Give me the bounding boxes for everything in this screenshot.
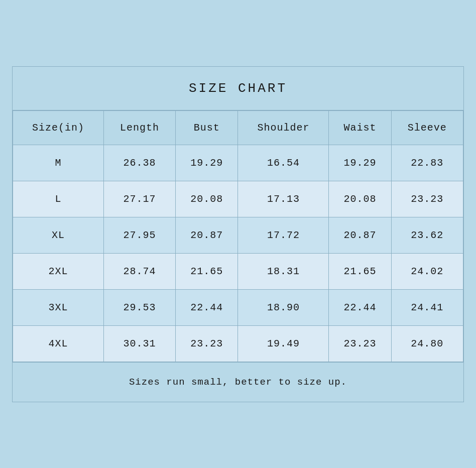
size-chart-container: SIZE CHART Size(in)LengthBustShoulderWai…: [12, 66, 464, 402]
shoulder-cell: 17.72: [238, 217, 329, 253]
length-cell: 28.74: [103, 253, 175, 289]
column-header-bust: Bust: [176, 110, 238, 145]
sleeve-cell: 24.41: [391, 289, 463, 325]
waist-cell: 21.65: [329, 253, 391, 289]
column-header-sizein: Size(in): [13, 110, 104, 145]
shoulder-cell: 19.49: [238, 325, 329, 362]
table-row: M26.3819.2916.5419.2922.83: [13, 145, 463, 181]
column-header-sleeve: Sleeve: [391, 110, 463, 145]
length-cell: 27.17: [103, 181, 175, 217]
table-row: 3XL29.5322.4418.9022.4424.41: [13, 289, 463, 325]
table-row: XL27.9520.8717.7220.8723.62: [13, 217, 463, 253]
waist-cell: 20.08: [329, 181, 391, 217]
size-cell: L: [13, 181, 104, 217]
waist-cell: 20.87: [329, 217, 391, 253]
shoulder-cell: 18.31: [238, 253, 329, 289]
shoulder-cell: 18.90: [238, 289, 329, 325]
sleeve-cell: 24.80: [391, 325, 463, 362]
chart-title: SIZE CHART: [13, 67, 463, 110]
bust-cell: 20.08: [176, 181, 238, 217]
bust-cell: 23.23: [176, 325, 238, 362]
table-row: 2XL28.7421.6518.3121.6524.02: [13, 253, 463, 289]
bust-cell: 21.65: [176, 253, 238, 289]
table-row: 4XL30.3123.2319.4923.2324.80: [13, 325, 463, 362]
bust-cell: 19.29: [176, 145, 238, 181]
chart-footer: Sizes run small, better to size up.: [13, 362, 463, 402]
column-header-waist: Waist: [329, 110, 391, 145]
sleeve-cell: 22.83: [391, 145, 463, 181]
sleeve-cell: 23.23: [391, 181, 463, 217]
bust-cell: 20.87: [176, 217, 238, 253]
sleeve-cell: 24.02: [391, 253, 463, 289]
column-header-length: Length: [103, 110, 175, 145]
shoulder-cell: 16.54: [238, 145, 329, 181]
waist-cell: 22.44: [329, 289, 391, 325]
size-cell: 2XL: [13, 253, 104, 289]
table-header-row: Size(in)LengthBustShoulderWaistSleeve: [13, 110, 463, 145]
column-header-shoulder: Shoulder: [238, 110, 329, 145]
length-cell: 27.95: [103, 217, 175, 253]
shoulder-cell: 17.13: [238, 181, 329, 217]
size-cell: 3XL: [13, 289, 104, 325]
length-cell: 30.31: [103, 325, 175, 362]
size-cell: XL: [13, 217, 104, 253]
waist-cell: 19.29: [329, 145, 391, 181]
size-cell: 4XL: [13, 325, 104, 362]
table-row: L27.1720.0817.1320.0823.23: [13, 181, 463, 217]
bust-cell: 22.44: [176, 289, 238, 325]
size-table: Size(in)LengthBustShoulderWaistSleeve M2…: [13, 110, 463, 362]
waist-cell: 23.23: [329, 325, 391, 362]
size-cell: M: [13, 145, 104, 181]
length-cell: 29.53: [103, 289, 175, 325]
length-cell: 26.38: [103, 145, 175, 181]
sleeve-cell: 23.62: [391, 217, 463, 253]
